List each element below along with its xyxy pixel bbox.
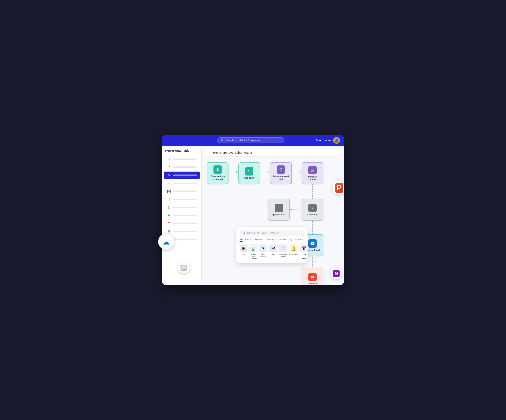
- sidebar-item-add[interactable]: +: [164, 180, 200, 187]
- sidebar-item-save-label: [173, 191, 197, 192]
- float-office: 🏢: [178, 261, 190, 273]
- tab-custom[interactable]: Custom: [279, 238, 286, 242]
- network-icon: ⧉: [167, 230, 171, 233]
- panel-icon-outlook[interactable]: 📅 Office 365 Outlook: [300, 245, 308, 260]
- panel-search-input[interactable]: [247, 232, 301, 234]
- variable-icon: {x}: [311, 169, 314, 172]
- sidebar-item-network[interactable]: ⧉: [164, 228, 200, 235]
- sidebar-item-monitor[interactable]: 🖥: [164, 212, 200, 219]
- excel-icon: 📊: [251, 246, 256, 251]
- tab-clipboard[interactable]: My Clipboard: [289, 238, 303, 242]
- save-icon: 💾: [167, 190, 171, 193]
- node-terminate[interactable]: ⊠ Terminate: [302, 268, 323, 285]
- sidebar-item-save[interactable]: 💾: [164, 187, 200, 195]
- breadcrumb-title: Memo_approve_using_Matrix: [213, 151, 252, 154]
- database-icon: 🗄: [167, 206, 171, 209]
- tab-builtin[interactable]: Built-in: [245, 238, 252, 242]
- screen: 🔍 Bond James 👤 Power Automation ⌂: [162, 135, 344, 285]
- panel-icon-excel[interactable]: 📊 Excel Online Business: [249, 245, 257, 260]
- node-terminate-label: Terminate: [307, 282, 318, 285]
- notifications-icon-box: 🔔: [290, 245, 298, 252]
- node-get-items-label: Get items: [244, 177, 254, 179]
- outlook-icon-box: 📅: [300, 245, 308, 252]
- node-get-items[interactable]: S Get items: [238, 162, 260, 184]
- weather-label: MSN Weather: [259, 253, 267, 258]
- sidebar-item-location-label: [173, 223, 197, 224]
- node-condition-label: Condition: [307, 213, 317, 216]
- check-icon: ✓: [167, 166, 171, 169]
- sidebar-item-home[interactable]: ⌂: [164, 156, 200, 163]
- float-onenote: N: [331, 268, 342, 279]
- sidebar-item-add-label: [173, 183, 197, 184]
- back-button[interactable]: ←: [208, 151, 211, 154]
- panel-icon-control[interactable]: ⊞ Control: [240, 245, 247, 260]
- node-apply-each[interactable]: ⊡ Apply to Each: [268, 199, 290, 220]
- breadcrumb: ← Memo_approve_using_Matrix: [205, 149, 341, 156]
- location-icon: 📍: [167, 221, 171, 225]
- control-icon: ⊞: [242, 246, 245, 251]
- apply-each-icon: ⊡: [278, 206, 280, 210]
- header-search-bar[interactable]: 🔍: [217, 137, 284, 143]
- tab-all[interactable]: All: [240, 238, 243, 242]
- sidebar-item-network-label: [173, 231, 197, 232]
- svg-marker-1: [236, 171, 238, 173]
- settings-icon: ⚙: [167, 198, 171, 201]
- cloud-icon: ☁: [162, 237, 170, 246]
- panel-tabs: All Built-in Standard Premium Custom My …: [240, 238, 304, 242]
- node-condition[interactable]: ≡ Condition: [302, 199, 323, 220]
- panel-icon-notifications[interactable]: 🔔 Notifications: [289, 245, 298, 260]
- sidebar-item-location[interactable]: 📍: [164, 220, 200, 227]
- avatar: 👤: [333, 137, 340, 144]
- svg-marker-5: [300, 171, 302, 173]
- search-icon: 🔍: [220, 139, 224, 142]
- sidebar-item-settings-label: [173, 199, 197, 200]
- sidebar-item-bulb-label: [173, 239, 197, 240]
- device-wrapper: 🔍 Bond James 👤 Power Automation ⌂: [158, 131, 348, 289]
- sidebar-item-database-label: [173, 207, 197, 208]
- weather-icon-box: ☀: [259, 245, 267, 252]
- flow-icon: ⟳: [167, 173, 171, 177]
- notifications-label: Notifications: [289, 253, 298, 256]
- svg-marker-9: [290, 209, 292, 211]
- terminate-icon: ⊠: [311, 275, 314, 279]
- canvas-area: ← Memo_approve_using_Matrix: [202, 146, 344, 285]
- sidebar-item-check[interactable]: ✓: [164, 163, 200, 171]
- device-background: 🔍 Bond James 👤 Power Automation ⌂: [158, 131, 348, 289]
- panel-search-bar[interactable]: 🔍: [240, 230, 304, 236]
- node-fetch-approval-label: Fetch ApprovalInfo: [273, 175, 289, 181]
- outlook-icon: 📅: [301, 246, 307, 251]
- tab-premium[interactable]: Premium: [267, 238, 276, 242]
- home-icon: ⌂: [167, 158, 171, 161]
- node-init-variable-label: initialize variable: [304, 175, 321, 180]
- sidebar-item-check-label: [173, 167, 197, 168]
- sidebar-item-database[interactable]: 🗄: [164, 204, 200, 211]
- svg-marker-3: [268, 171, 270, 173]
- panel-icon-teams[interactable]: T Microsoft Teams: [279, 245, 287, 260]
- sidebar-item-settings[interactable]: ⚙: [164, 196, 200, 203]
- app-header: 🔍 Bond James 👤: [162, 135, 344, 146]
- panel-icon-weather[interactable]: ☀ MSN Weather: [259, 245, 267, 260]
- node-fetch-approval[interactable]: {/} Fetch ApprovalInfo: [270, 162, 292, 184]
- mail-label: Mail: [272, 253, 275, 256]
- sidebar-item-flow-label: [173, 174, 197, 176]
- panel-search-icon: 🔍: [243, 231, 246, 234]
- teams-icon-box: T: [279, 245, 287, 252]
- flow-container: S When an itemis created S Get items: [205, 160, 341, 267]
- node-trigger[interactable]: S When an itemis created: [207, 162, 228, 184]
- mail-icon-box: ✉: [269, 245, 277, 252]
- onenote-icon: N: [333, 270, 340, 277]
- node-trigger-label: When an itemis created: [211, 175, 225, 181]
- sharepoint-icon: S: [216, 168, 219, 172]
- tab-standard[interactable]: Standard: [255, 238, 264, 242]
- header-search-input[interactable]: [226, 139, 281, 142]
- sidebar-item-flow[interactable]: ⟳: [164, 172, 200, 179]
- float-cloud: ☁: [158, 234, 174, 250]
- sidebar-title: Power Automation: [162, 149, 201, 155]
- teams-icon: T: [282, 246, 284, 251]
- panel-icon-mail[interactable]: ✉ Mail: [269, 245, 277, 260]
- powerpoint-icon: P: [335, 183, 343, 193]
- sharepoint2-icon: S: [248, 169, 250, 173]
- sidebar-item-home-label: [173, 159, 197, 160]
- excel-icon-box: 📊: [249, 245, 257, 252]
- node-init-variable[interactable]: {x} initialize variable: [302, 162, 323, 184]
